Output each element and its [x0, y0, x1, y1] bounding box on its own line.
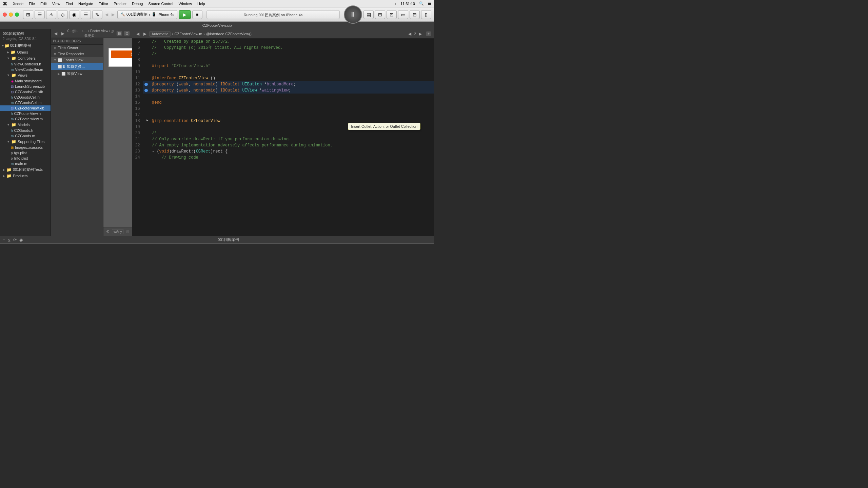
- project-name: 001团购案例: [0, 29, 51, 37]
- nav-back-btn[interactable]: ◀: [104, 12, 110, 18]
- prev-issue-btn[interactable]: ◀: [407, 31, 413, 37]
- device-icon: 📱: [152, 12, 156, 17]
- sidebar-item-viewcontrollerh[interactable]: h ViewController.h: [0, 61, 51, 67]
- sidebar-item-mainstoryboard[interactable]: ◈ Main.storyboard: [0, 78, 51, 84]
- ib-view-toggle[interactable]: ⊟: [116, 31, 122, 36]
- sidebar-item-root-project[interactable]: ▼ 📁 001团购案例: [0, 42, 51, 49]
- sidebar: 001团购案例 2 targets, iOS SDK 8.1 ▼ 📁 001团购…: [0, 29, 51, 236]
- line-count: 2: [414, 32, 416, 36]
- product-menu[interactable]: Product: [114, 2, 126, 6]
- canvas-back-btn[interactable]: ⟲: [106, 229, 109, 234]
- breakpoint-btn[interactable]: ◇: [58, 10, 68, 19]
- minimize-button[interactable]: [9, 13, 13, 17]
- pause-overlay-btn[interactable]: ⏸: [344, 5, 362, 24]
- sidebar-item-controllers[interactable]: ▼ 📁 Controllers: [0, 55, 51, 61]
- add-file-btn[interactable]: ✎: [92, 10, 102, 19]
- sidebar-item-supportingfiles[interactable]: ▼ 📁 Supporting Files: [0, 139, 51, 145]
- sidebar-item-czfooterviewm[interactable]: m CZFooterView.m: [0, 116, 51, 122]
- sidebar-item-czgoodsh[interactable]: h CZGoods.h: [0, 128, 51, 133]
- xcode-menu[interactable]: Xcode: [13, 2, 23, 6]
- navigator-btn[interactable]: ⚠: [46, 10, 56, 19]
- sidebar-item-xcassets[interactable]: ⊞ Images.xcassets: [0, 145, 51, 150]
- ib-item-loadmore[interactable]: ⬜ B 加载更多...: [51, 63, 103, 70]
- sidebar-item-infoplist[interactable]: p Info.plist: [0, 156, 51, 161]
- help-menu[interactable]: Help: [197, 2, 205, 6]
- sidebar-item-czfooterviewh[interactable]: h CZFooterView.h: [0, 111, 51, 116]
- editor-layout-btn[interactable]: ⊞: [23, 10, 33, 19]
- sidebar-item-tgsplist[interactable]: p tgs.plist: [0, 150, 51, 156]
- ib-item-waitingview[interactable]: ▶ ⬜ 等待View: [51, 70, 103, 77]
- add-editor-btn[interactable]: +: [426, 31, 431, 36]
- nav-panel-btn[interactable]: ▭: [398, 10, 408, 19]
- ib-forward-btn[interactable]: ▶: [60, 30, 66, 37]
- maximize-button[interactable]: [15, 13, 19, 17]
- sidebar-item-products[interactable]: ▶ 📁 Products: [0, 173, 51, 179]
- window-menu[interactable]: Window: [179, 2, 192, 6]
- project-subtitle: 2 targets, iOS SDK 8.1: [0, 37, 51, 42]
- location-btn[interactable]: ◉: [69, 10, 79, 19]
- sidebar-item-viewcontrollerm[interactable]: m ViewController.m: [0, 67, 51, 72]
- assistant-editor-btn[interactable]: ⊟: [375, 10, 385, 19]
- find-menu[interactable]: Find: [66, 2, 73, 6]
- code-line-20: 20 /*: [132, 130, 434, 136]
- sidebar-item-czfooterviewxib[interactable]: ⊡ CZFooterView.xib: [0, 105, 51, 111]
- debug-panel-btn[interactable]: ⊟: [410, 10, 420, 19]
- menubar-right: + 11:31:10 🔍 ☰: [394, 1, 431, 6]
- interface-breadcrumb[interactable]: @interface CZFooterView(): [206, 32, 252, 36]
- ib-item-footerview[interactable]: ▼ ⬜ Footer View: [51, 57, 103, 63]
- editor-back-btn[interactable]: ◀: [135, 31, 141, 37]
- scheme-selector[interactable]: 🔨 001团购案例 › 📱 iPhone 4s: [117, 10, 177, 19]
- sidebar-item-views[interactable]: ▼ 📁 Views: [0, 72, 51, 78]
- menubar: ⌘ Xcode File Edit View Find Navigate Edi…: [0, 0, 434, 7]
- ib-inspect-toggle[interactable]: ⊡: [124, 31, 130, 36]
- filename-breadcrumb[interactable]: CZFooterView.m: [175, 32, 202, 36]
- add-btn[interactable]: +: [3, 238, 5, 242]
- ib-back-btn[interactable]: ◀: [53, 30, 59, 37]
- search-icon[interactable]: 🔍: [419, 1, 424, 6]
- version-editor-btn[interactable]: ⊡: [387, 10, 397, 19]
- automatic-label[interactable]: Automatic: [149, 31, 171, 37]
- source-control-menu[interactable]: Source Control: [148, 2, 173, 6]
- sidebar-item-czgoodscellxib[interactable]: ⊡ CZGoodsCell.xib: [0, 89, 51, 95]
- next-issue-btn[interactable]: ▶: [417, 31, 423, 37]
- editor-forward-btn[interactable]: ▶: [142, 31, 148, 37]
- recent-btn[interactable]: ⟳: [13, 238, 17, 242]
- dock: ⚙️ 🚀 🧭 📝 ⚒ >_ 🎯 ✏️ S 🐍 🔧 📡 🐻 W A A 🖥️ 📦 …: [0, 243, 434, 244]
- sidebar-item-launchscreen[interactable]: ⊡ LaunchScreen.xib: [0, 84, 51, 89]
- sidebar-item-mainm[interactable]: m main.m: [0, 161, 51, 166]
- sidebar-toggle-btn[interactable]: ☰: [35, 10, 45, 19]
- ib-item-filesowner[interactable]: ⊕ File's Owner: [51, 45, 103, 51]
- sidebar-item-tests[interactable]: ▶ 📁 001团购案例Tests: [0, 166, 51, 173]
- sidebar-item-czgoodscellm[interactable]: m CZGoodsCell.m: [0, 100, 51, 105]
- ib-breadcrumb: 0...例 › ... › ... › Footer View › 加载更多..…: [67, 29, 115, 38]
- close-button[interactable]: [3, 13, 7, 17]
- ib-item-firstresponder[interactable]: ⊕ First Responder: [51, 51, 103, 57]
- nav-forward-btn[interactable]: ▶: [110, 12, 116, 18]
- sidebar-item-models[interactable]: ▼ 📁 Models: [0, 122, 51, 128]
- sidebar-item-czgoodscellh[interactable]: h CZGoodsCell.h: [0, 95, 51, 100]
- ib-canvas[interactable]: 加载更多...: [103, 38, 132, 227]
- sidebar-item-others[interactable]: ▶ 📁 Others: [0, 49, 51, 55]
- editor-code-area[interactable]: 5 // Created by apple on 15/3/2. 6 // Co…: [132, 39, 434, 236]
- list-icon[interactable]: ☰: [428, 1, 431, 6]
- load-more-button-canvas[interactable]: 加载更多...: [111, 50, 132, 58]
- hierarchy-btn[interactable]: ☰: [81, 10, 91, 19]
- navigate-menu[interactable]: Navigate: [78, 2, 93, 6]
- add-icon[interactable]: +: [394, 2, 396, 6]
- filter-btn[interactable]: ⧖: [8, 238, 11, 242]
- debug-menu[interactable]: Debug: [132, 2, 143, 6]
- edit-menu[interactable]: Edit: [40, 2, 47, 6]
- code-line-7: 7 //: [132, 51, 434, 57]
- run-button[interactable]: ▶: [179, 10, 191, 19]
- utility-panel-btn[interactable]: ▯: [421, 10, 431, 19]
- file-menu[interactable]: File: [29, 2, 35, 6]
- toolbar: ⊞ ☰ ⚠ ◇ ◉ ☰ ✎ ◀ ▶ 🔨 001团购案例 › 📱 iPhone 4…: [0, 7, 434, 22]
- standard-editor-btn[interactable]: ▤: [363, 10, 374, 19]
- w-size-label: wAny: [112, 229, 123, 234]
- stop-button[interactable]: ■: [192, 10, 202, 19]
- view-menu[interactable]: View: [52, 2, 60, 6]
- apple-menu[interactable]: ⌘: [3, 1, 7, 6]
- editor-menu[interactable]: Editor: [98, 2, 108, 6]
- location-btn[interactable]: ◉: [19, 238, 23, 242]
- sidebar-item-czgoodsm[interactable]: m CZGoods.m: [0, 133, 51, 139]
